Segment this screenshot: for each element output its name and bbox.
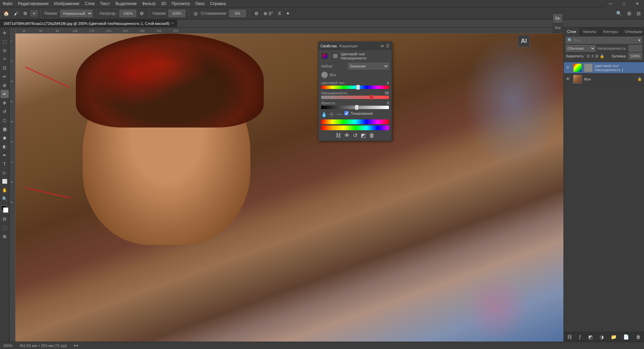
link-layers-button[interactable]: ⛓ [566, 334, 573, 340]
tab-close-button[interactable]: × [171, 21, 174, 25]
path-select-tool[interactable]: ▷ [1, 168, 9, 177]
new-layer-button[interactable]: 📄 [622, 334, 630, 340]
close-button[interactable]: ✕ [631, 0, 644, 7]
foreground-color[interactable] [1, 205, 8, 213]
menu-item-window[interactable]: Окно [195, 1, 205, 6]
tool-options[interactable]: ⚙ [22, 10, 29, 17]
blur-tool[interactable]: ◉ [1, 134, 9, 142]
zoom-tool[interactable]: 🔍 [1, 195, 9, 203]
tab-actions[interactable]: Операции [622, 28, 644, 36]
eyedropper-sample[interactable]: 💧 [321, 111, 327, 117]
brush-button[interactable]: 🖌 [12, 10, 20, 17]
add-mask-button[interactable]: ◩ [587, 334, 594, 340]
menu-item-file[interactable]: Файл [3, 1, 13, 6]
history-brush-tool[interactable]: ↺ [1, 107, 9, 115]
menu-item-view[interactable]: Просмотр [171, 1, 190, 6]
clone-stamp-tool[interactable]: ⊕ [1, 99, 9, 107]
move-tool[interactable]: ✛ [1, 29, 9, 37]
menu-item-layers[interactable]: Слои [85, 1, 95, 6]
tab-layers[interactable]: Слои [564, 28, 580, 36]
delete-layer-button[interactable]: 🗑 [635, 334, 642, 340]
minimize-button[interactable]: — [604, 0, 617, 7]
text-tool[interactable]: T [1, 160, 9, 168]
eye-button[interactable]: 👁 [344, 132, 350, 139]
smoothing-input[interactable] [229, 10, 246, 17]
airbrush-button[interactable]: ◎ [192, 10, 199, 17]
lock-pixels-icon[interactable]: ⊟ [587, 54, 590, 58]
menu-item-image[interactable]: Изображение [54, 1, 80, 6]
hand-tool[interactable]: ✋ [1, 186, 9, 194]
layer-style-button[interactable]: ƒ [578, 334, 583, 340]
brush-tool[interactable]: ✒ [1, 90, 9, 98]
saturation-track[interactable] [321, 96, 389, 99]
marquee-tool[interactable]: ⬚ [1, 38, 9, 46]
eyedropper-tool[interactable]: ✏ [1, 72, 9, 81]
mask-indicator[interactable]: M [31, 11, 37, 16]
angle-button[interactable]: ⊕ 0° [262, 10, 275, 17]
search-dropdown-icon[interactable]: ▾ [638, 38, 640, 43]
hue-thumb[interactable] [356, 85, 360, 90]
shape-tool[interactable]: ⬜ [1, 177, 9, 185]
lightness-thumb[interactable] [355, 105, 358, 110]
add-adjustment-button[interactable]: ◑ [598, 334, 605, 340]
frame-tool[interactable]: ⬛ [1, 223, 9, 232]
delete-button[interactable]: 🗑 [369, 132, 375, 139]
quick-mask-button[interactable]: ⊟ [1, 215, 9, 223]
eyedropper-subtract[interactable]: ➖ [337, 111, 342, 117]
maximize-button[interactable]: □ [617, 0, 631, 7]
colorize-checkbox[interactable] [344, 111, 349, 115]
add-group-button[interactable]: 📁 [609, 334, 618, 340]
preset-select[interactable]: Заказная [348, 63, 389, 69]
opacity-input[interactable] [119, 10, 136, 17]
eraser-tool[interactable]: ◻ [1, 116, 9, 124]
settings-button[interactable]: ⚙ [253, 10, 260, 17]
workspace-button[interactable]: ⊟ [635, 10, 642, 17]
active-tab[interactable]: 16871d7684c8478caa1c172fa2bf418b.jpg @ 2… [0, 19, 177, 28]
blend-mode-select[interactable]: Обычные [566, 45, 596, 52]
tab-paths[interactable]: Контуры [600, 28, 622, 36]
magic-wand-tool[interactable]: ⌗ [1, 55, 9, 63]
reset-button[interactable]: ↺ [353, 132, 357, 139]
spot-heal-tool[interactable]: ⊛ [1, 81, 9, 89]
screen-mode-button[interactable]: ⊞ [1, 232, 9, 240]
eyedropper-add[interactable]: ➕ [329, 111, 335, 117]
props-expand-button[interactable]: ≫ [380, 44, 385, 48]
lightness-track[interactable] [321, 106, 389, 109]
lasso-tool[interactable]: ⊙ [1, 46, 9, 54]
lock-artboard-icon[interactable]: ⊞ [595, 54, 598, 58]
pressure-button[interactable]: ✦ [285, 10, 291, 17]
gradient-tool[interactable]: ▦ [1, 125, 9, 133]
menu-item-filter[interactable]: Фильтр [142, 1, 156, 6]
menu-item-select[interactable]: Выделение [115, 1, 137, 6]
menu-item-edit[interactable]: Редактирование [18, 1, 49, 6]
pen-tool[interactable]: ✒ [1, 151, 9, 159]
menu-item-help[interactable]: Справка [210, 1, 226, 6]
flow-input[interactable] [168, 10, 185, 17]
mini-correction-icon[interactable]: Кор [553, 23, 562, 33]
layer-item-huesat[interactable]: 👁 Цветовой тон/Насыщенность 1 [564, 62, 644, 73]
tab-properties[interactable]: Свойства [320, 44, 337, 48]
symmetry-button[interactable]: ⧖ [277, 10, 283, 17]
layer-search-input[interactable] [574, 38, 637, 42]
arrange-button[interactable]: ⊞ [626, 10, 633, 17]
opacity-input[interactable]: 100% [629, 45, 642, 52]
props-menu-button[interactable]: ☰ [386, 44, 390, 48]
home-button[interactable]: 🏠 [2, 10, 10, 17]
clip-button[interactable]: ◩ [361, 132, 366, 139]
link-layer-button[interactable]: ⛓ [336, 132, 341, 139]
menu-item-3d[interactable]: 3D [161, 1, 166, 6]
hue-track[interactable] [321, 86, 389, 89]
layer-item-bg[interactable]: 👁 Фон 🔒 [564, 73, 644, 85]
mode-select[interactable]: Нормальный [60, 10, 93, 17]
saturation-thumb[interactable] [370, 95, 373, 100]
tab-channels[interactable]: Каналы [580, 28, 600, 36]
crop-tool[interactable]: ⊡ [1, 64, 9, 72]
lock-all-icon[interactable]: 🔒 [600, 54, 604, 58]
menu-item-text[interactable]: Текст [100, 1, 110, 6]
lock-position-icon[interactable]: ✛ [591, 54, 594, 58]
dodge-tool[interactable]: ◐ [1, 142, 9, 150]
layer-visibility-bg-icon[interactable]: 👁 [566, 77, 571, 82]
mini-properties-icon[interactable]: Св. [553, 14, 562, 23]
fill-input[interactable] [629, 53, 642, 59]
layer-visibility-icon[interactable]: 👁 [566, 65, 571, 70]
